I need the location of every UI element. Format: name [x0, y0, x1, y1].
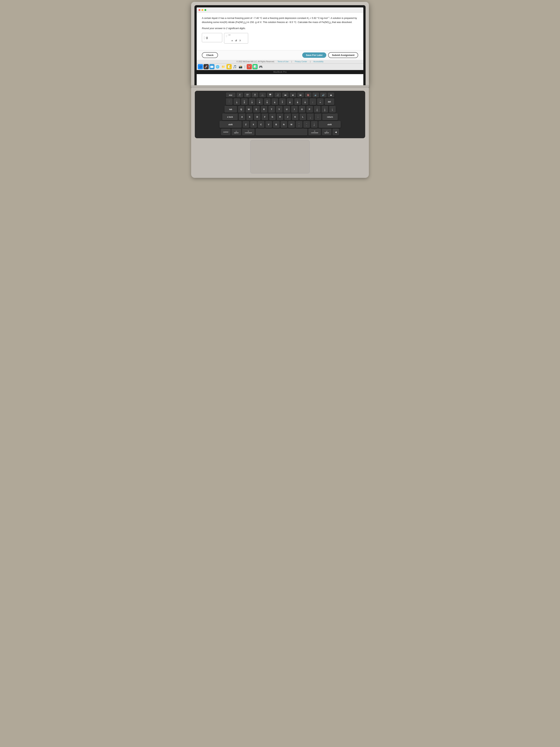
- key-rcommand[interactable]: ⌘ command: [308, 129, 321, 135]
- key-rshift[interactable]: shift: [319, 121, 341, 128]
- accessibility-link[interactable]: Accessibility: [314, 60, 323, 62]
- key-p[interactable]: P: [306, 106, 313, 113]
- key-f7[interactable]: ⏮: [282, 93, 289, 98]
- key-4[interactable]: $4: [256, 98, 263, 105]
- dock-icon-mail[interactable]: ✉️: [209, 64, 214, 69]
- save-for-later-button[interactable]: Save For Later: [302, 52, 326, 58]
- key-b[interactable]: B: [273, 121, 279, 128]
- answer-input-box[interactable]: ▯ g: [202, 33, 222, 42]
- key-comma[interactable]: <,: [296, 121, 302, 128]
- key-roption[interactable]: alt option: [322, 129, 331, 135]
- key-quote[interactable]: "': [315, 113, 321, 120]
- key-lcommand[interactable]: ⌘ command: [242, 129, 255, 135]
- key-h[interactable]: H: [277, 113, 283, 120]
- undo-button[interactable]: ↺: [235, 39, 237, 43]
- privacy-link[interactable]: Privacy Center: [295, 60, 307, 62]
- key-f[interactable]: F: [262, 113, 268, 120]
- key-2[interactable]: @2: [241, 98, 248, 105]
- key-return[interactable]: return: [322, 113, 338, 120]
- key-z[interactable]: Z: [243, 121, 249, 128]
- key-u[interactable]: U: [284, 106, 290, 113]
- key-eject[interactable]: ⏏: [327, 93, 334, 98]
- key-capslock[interactable]: s lock: [222, 113, 238, 120]
- key-rbracket[interactable]: }]: [321, 106, 328, 113]
- key-o[interactable]: O: [299, 106, 305, 113]
- dock-icon-notes[interactable]: 📝: [226, 64, 232, 69]
- key-f1[interactable]: ☀F1: [237, 93, 243, 98]
- submit-assignment-button[interactable]: Submit Assignment: [328, 52, 358, 58]
- key-f3[interactable]: ⊞F3: [252, 93, 258, 98]
- key-f10[interactable]: 🔇: [305, 93, 312, 98]
- key-f11[interactable]: 🔉: [313, 93, 319, 98]
- dock-icon-app2[interactable]: 📊: [252, 64, 258, 69]
- key-0[interactable]: )0: [302, 98, 309, 105]
- key-1[interactable]: !1: [234, 98, 240, 105]
- key-k[interactable]: K: [292, 113, 298, 120]
- key-j[interactable]: J: [284, 113, 291, 120]
- key-w[interactable]: W: [245, 106, 252, 113]
- key-control[interactable]: control: [221, 129, 231, 135]
- dock-icon-finder[interactable]: 🔵: [198, 64, 203, 69]
- dock-icon-photos[interactable]: 📸: [238, 64, 243, 69]
- key-f4[interactable]: ⋯F4: [259, 93, 266, 98]
- key-6[interactable]: ^6: [271, 98, 278, 105]
- minimize-dot[interactable]: [202, 9, 203, 11]
- terms-link[interactable]: Terms of Use: [277, 60, 289, 62]
- key-l[interactable]: L: [299, 113, 306, 120]
- key-f5[interactable]: ⌨F5: [267, 93, 273, 98]
- key-slash[interactable]: ?/: [311, 121, 318, 128]
- key-n[interactable]: N: [281, 121, 287, 128]
- dock-icon-chrome[interactable]: 🌐: [215, 64, 220, 69]
- help-button[interactable]: ?: [239, 39, 241, 43]
- key-7[interactable]: &7: [279, 98, 286, 105]
- key-backslash[interactable]: |\: [329, 106, 336, 113]
- key-t[interactable]: T: [268, 106, 275, 113]
- key-9[interactable]: (9: [294, 98, 301, 105]
- key-period[interactable]: >.: [303, 121, 310, 128]
- key-e[interactable]: E: [253, 106, 260, 113]
- key-5[interactable]: %5: [264, 98, 271, 105]
- key-3[interactable]: #3: [249, 98, 256, 105]
- key-lshift[interactable]: shift: [219, 121, 242, 128]
- key-minus[interactable]: _-: [310, 98, 316, 105]
- clear-button[interactable]: ×: [232, 39, 233, 43]
- key-semicolon[interactable]: :;: [307, 113, 314, 120]
- key-x[interactable]: X: [250, 121, 257, 128]
- key-f2[interactable]: ☀☀F2: [244, 93, 251, 98]
- key-y[interactable]: Y: [276, 106, 283, 113]
- key-backtick[interactable]: ~`: [226, 98, 233, 105]
- check-button[interactable]: Check: [202, 52, 218, 58]
- key-a[interactable]: A: [239, 113, 245, 120]
- key-c[interactable]: C: [258, 121, 264, 128]
- key-f9[interactable]: ⏭: [297, 93, 304, 98]
- key-f6[interactable]: ☽F6: [274, 93, 281, 98]
- key-left-arrow[interactable]: ◀: [332, 129, 339, 135]
- dock-icon-launchpad[interactable]: 🚀: [204, 64, 209, 69]
- key-d[interactable]: D: [254, 113, 261, 120]
- dock-icon-files[interactable]: 📁: [221, 64, 226, 69]
- touchpad[interactable]: [250, 140, 310, 174]
- key-loption[interactable]: alt option: [232, 129, 241, 135]
- key-8[interactable]: *8: [287, 98, 293, 105]
- key-f12[interactable]: 🔊: [320, 93, 327, 98]
- key-esc[interactable]: esc: [226, 93, 236, 98]
- key-g[interactable]: G: [269, 113, 276, 120]
- key-s[interactable]: S: [246, 113, 253, 120]
- key-space[interactable]: [256, 129, 308, 135]
- key-equals[interactable]: +=: [317, 98, 324, 105]
- key-r[interactable]: R: [261, 106, 267, 113]
- dock-icon-app3[interactable]: 🎮: [258, 64, 263, 69]
- key-i[interactable]: I: [291, 106, 298, 113]
- key-tab[interactable]: tab: [224, 106, 237, 113]
- key-v[interactable]: V: [265, 121, 272, 128]
- maximize-dot[interactable]: [205, 9, 206, 11]
- dock-icon-music[interactable]: 🎵: [232, 64, 237, 69]
- key-f8[interactable]: ⏯: [290, 93, 296, 98]
- close-dot[interactable]: [198, 9, 201, 11]
- dock-icon-app1[interactable]: ⚔️: [247, 64, 252, 69]
- exponent-box[interactable]: ▯ ×10 × ↺ ?: [224, 33, 248, 44]
- key-q[interactable]: Q: [238, 106, 245, 113]
- key-m[interactable]: M: [288, 121, 295, 128]
- key-delete[interactable]: del: [325, 98, 334, 105]
- key-lbracket[interactable]: {[: [314, 106, 321, 113]
